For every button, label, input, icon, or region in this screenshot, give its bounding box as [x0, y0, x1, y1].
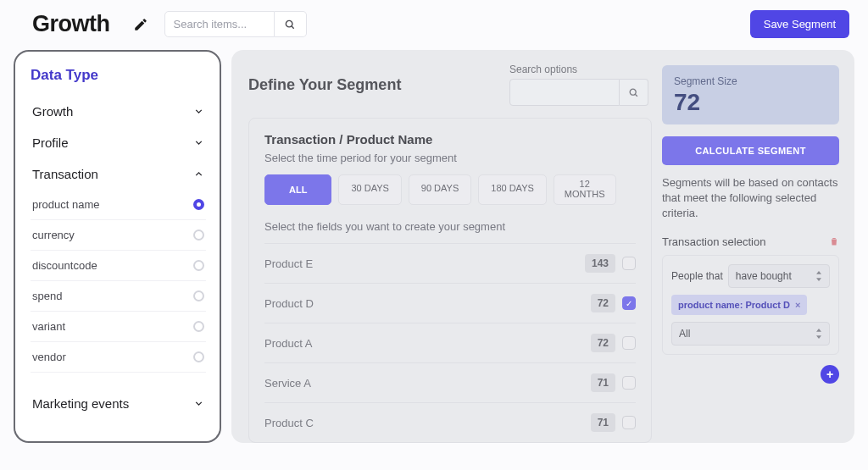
field-name: Product C	[264, 417, 314, 429]
card-title: Transaction / Product Name	[264, 132, 636, 147]
svg-line-1	[292, 25, 294, 28]
field-count: 72	[591, 334, 615, 352]
field-count: 72	[591, 294, 615, 312]
sidebar-item-label: currency	[32, 229, 75, 241]
criteria-help-text: Segments will be based on contacts that …	[662, 175, 839, 222]
field-checkbox[interactable]	[622, 257, 636, 270]
select-arrows-icon	[815, 271, 822, 281]
search-button[interactable]	[275, 11, 307, 37]
define-segment-title: Define Your Segment	[248, 76, 401, 94]
all-select[interactable]: All	[671, 322, 830, 346]
segment-size-value: 72	[674, 89, 827, 116]
sidebar-item-vendor[interactable]: vendor	[31, 342, 206, 373]
chip-30-days[interactable]: 30 DAYS	[338, 174, 401, 205]
selection-title: Transaction selection	[662, 235, 765, 248]
radio-icon	[193, 229, 204, 241]
field-name: Service A	[264, 377, 311, 390]
radio-icon	[193, 321, 204, 332]
radio-icon	[193, 351, 204, 362]
remove-tag-icon[interactable]: ×	[795, 300, 800, 310]
field-count: 71	[591, 413, 615, 432]
field-name: Product A	[264, 337, 312, 350]
svg-point-0	[286, 20, 292, 27]
sidebar-group-profile[interactable]: Profile	[31, 127, 206, 158]
field-name: Product D	[264, 297, 314, 310]
svg-marker-7	[816, 335, 821, 339]
chip-180-days[interactable]: 180 DAYS	[478, 174, 547, 205]
radio-icon	[193, 290, 204, 301]
fields-label: Select the fields you want to create you…	[264, 220, 636, 233]
chip-all[interactable]: ALL	[264, 174, 331, 205]
field-row: Product C 71	[264, 402, 636, 442]
calculate-segment-button[interactable]: CALCULATE SEGMENT	[662, 136, 839, 165]
sidebar-item-label: variant	[32, 320, 65, 333]
sidebar-group-label: Growth	[32, 104, 73, 119]
svg-marker-6	[816, 329, 821, 332]
sidebar-item-variant[interactable]: variant	[31, 312, 206, 342]
field-row: Product A 72	[264, 323, 636, 362]
time-period-label: Select the time period for your segment	[264, 152, 636, 164]
people-label: People that	[671, 270, 723, 282]
chevron-down-icon	[192, 137, 204, 149]
field-checkbox[interactable]	[622, 376, 636, 390]
field-name: Product E	[264, 257, 313, 270]
svg-marker-5	[816, 278, 821, 281]
sidebar-group-marketing-events[interactable]: Marketing events	[31, 388, 206, 419]
field-checkbox-checked[interactable]: ✓	[622, 296, 636, 310]
add-criteria-button[interactable]: +	[821, 365, 839, 384]
sidebar-item-product-name[interactable]: product name	[31, 190, 206, 220]
filter-tag: product name: Product D ×	[671, 295, 807, 315]
segment-size-label: Segment Size	[674, 75, 827, 87]
chevron-down-icon	[192, 398, 204, 410]
chevron-down-icon	[192, 106, 204, 118]
edit-icon[interactable]	[132, 16, 149, 33]
svg-marker-4	[816, 271, 821, 274]
search-icon	[284, 19, 296, 30]
sidebar-item-label: spend	[32, 290, 62, 302]
sidebar-item-label: product name	[32, 198, 100, 211]
radio-icon	[193, 260, 204, 271]
sidebar-title: Data Type	[31, 67, 206, 84]
chip-90-days[interactable]: 90 DAYS	[409, 174, 471, 205]
search-options-button[interactable]	[620, 79, 648, 106]
filter-tag-text: product name: Product D	[678, 300, 790, 310]
svg-line-3	[635, 94, 637, 97]
sidebar-group-label: Transaction	[32, 167, 98, 181]
sidebar-item-label: discountcode	[32, 259, 97, 272]
field-checkbox[interactable]	[622, 336, 636, 350]
people-select[interactable]: have bought	[728, 264, 830, 288]
sidebar-item-label: vendor	[32, 351, 66, 363]
radio-selected-icon	[193, 199, 204, 210]
field-row: Product D 72 ✓	[264, 283, 636, 323]
sidebar-item-discountcode[interactable]: discountcode	[31, 251, 206, 281]
sidebar-group-label: Profile	[32, 135, 69, 150]
field-checkbox[interactable]	[622, 416, 636, 429]
segment-size-box: Segment Size 72	[662, 65, 839, 124]
sidebar-group-label: Marketing events	[32, 396, 129, 411]
sidebar-data-type: Data Type Growth Profile Transaction pro…	[14, 50, 221, 443]
page-title: Growth	[32, 11, 110, 37]
select-arrows-icon	[815, 329, 822, 339]
sidebar-group-transaction[interactable]: Transaction	[31, 158, 206, 190]
search-options-label: Search options	[509, 64, 648, 75]
field-count: 143	[585, 254, 615, 273]
save-segment-button[interactable]: Save Segment	[750, 10, 849, 38]
svg-point-2	[630, 89, 636, 95]
sidebar-group-growth[interactable]: Growth	[31, 96, 206, 127]
search-icon	[628, 87, 639, 98]
chip-12-months[interactable]: 12 MONTHS	[554, 174, 616, 205]
search-options-input[interactable]	[509, 79, 620, 106]
chevron-up-icon	[192, 169, 204, 180]
field-count: 71	[591, 373, 615, 392]
sidebar-item-currency[interactable]: currency	[31, 220, 206, 251]
selection-card: People that have bought product name: Pr…	[662, 255, 839, 355]
sidebar-item-spend[interactable]: spend	[31, 281, 206, 312]
field-row: Service A 71	[264, 362, 636, 402]
search-input[interactable]	[164, 11, 275, 37]
trash-icon[interactable]	[829, 236, 839, 246]
segment-card: Transaction / Product Name Select the ti…	[248, 118, 652, 443]
field-row: Product E 143	[264, 243, 636, 283]
